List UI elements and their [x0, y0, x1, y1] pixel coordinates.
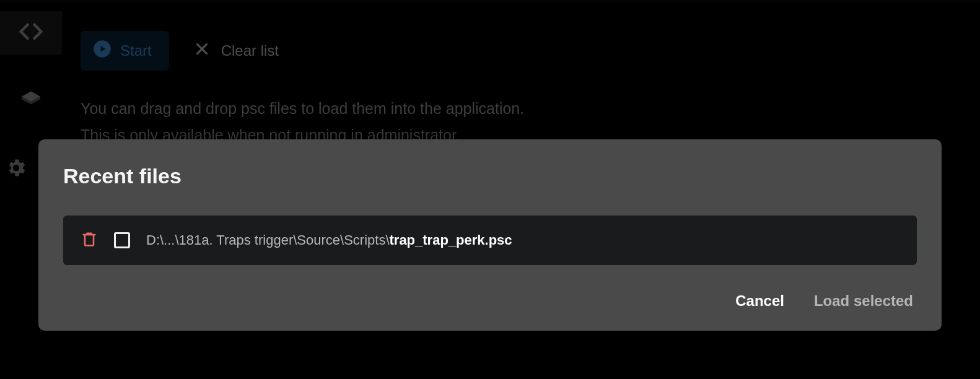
- recent-files-dialog: Recent files D:\...\181a. Traps trigger\…: [38, 139, 942, 331]
- dialog-actions: Cancel Load selected: [63, 292, 917, 316]
- file-checkbox[interactable]: [114, 232, 130, 248]
- file-name: trap_trap_perk.psc: [390, 232, 512, 248]
- load-selected-button[interactable]: Load selected: [814, 292, 913, 310]
- file-dir: D:\...\181a. Traps trigger\Source\Script…: [146, 232, 390, 248]
- recent-file-row[interactable]: D:\...\181a. Traps trigger\Source\Script…: [63, 216, 917, 265]
- modal-overlay: Recent files D:\...\181a. Traps trigger\…: [0, 0, 980, 379]
- cancel-button[interactable]: Cancel: [735, 292, 784, 310]
- trash-icon: [81, 230, 98, 250]
- delete-file-button[interactable]: [81, 230, 98, 250]
- file-path: D:\...\181a. Traps trigger\Source\Script…: [146, 232, 512, 248]
- dialog-title: Recent files: [63, 164, 917, 188]
